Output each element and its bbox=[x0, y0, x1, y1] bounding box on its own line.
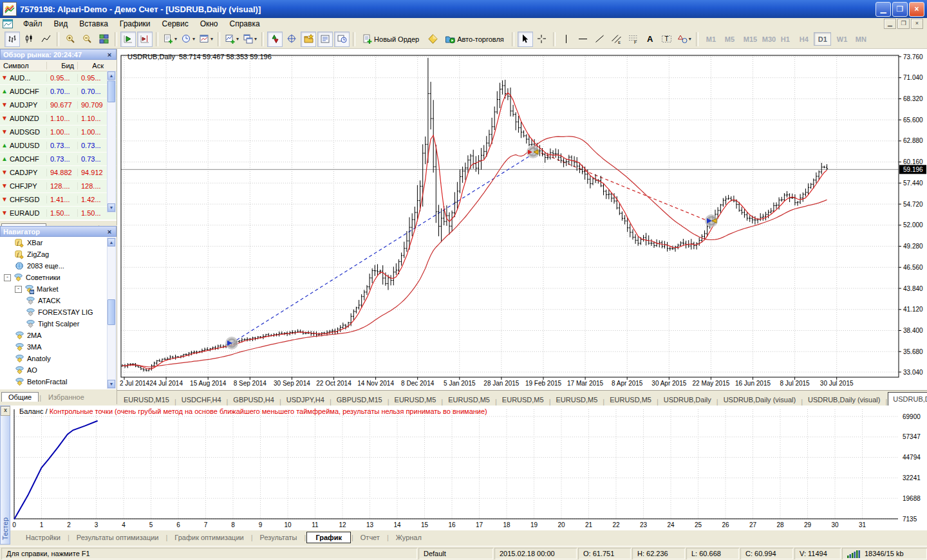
metaeditor-button[interactable] bbox=[425, 32, 440, 47]
tester-button[interactable] bbox=[334, 32, 350, 47]
timeframe-w1-button[interactable]: W1 bbox=[832, 32, 850, 46]
timeframe-m1-button[interactable]: M1 bbox=[702, 32, 719, 46]
menu-item-6[interactable]: Справка bbox=[224, 19, 266, 29]
templates-button[interactable]: ▾ bbox=[198, 32, 214, 47]
chart-tab-7[interactable]: EURUSD,M5 bbox=[498, 395, 548, 406]
navigator-scrollbar[interactable]: ▲ ▼ bbox=[107, 238, 116, 389]
chart-tab-13[interactable]: USDRUB,Daily (visual) bbox=[888, 392, 927, 406]
auto-scroll-button[interactable] bbox=[120, 32, 136, 47]
tester-tab-6[interactable]: Журнал bbox=[389, 532, 428, 543]
timeframe-h4-button[interactable]: H4 bbox=[795, 32, 812, 46]
auto-trading-button[interactable]: Авто-торговля bbox=[442, 32, 509, 47]
indicators-button[interactable]: ▾ bbox=[223, 32, 240, 47]
expand-minus-box[interactable]: - bbox=[4, 274, 11, 281]
navigator-close-icon[interactable]: × bbox=[106, 228, 113, 236]
tester-tab-3[interactable]: Результаты bbox=[254, 532, 304, 543]
column-header-2[interactable]: Аск bbox=[77, 62, 107, 70]
tree-item-tight-scalper[interactable]: Tight Scalper bbox=[0, 318, 117, 330]
tree-item-xbar[interactable]: fXBar bbox=[0, 237, 117, 248]
tree-item-2083-------[interactable]: 2083 еще... bbox=[0, 260, 117, 272]
tester-tab-1[interactable]: Результаты оптимизации bbox=[70, 532, 165, 543]
scroll-up-icon[interactable]: ▲ bbox=[108, 238, 115, 247]
symbol-row-CHFSGD[interactable]: ▼CHFSGD1.41...1.42... bbox=[0, 193, 117, 207]
close-button[interactable]: × bbox=[909, 2, 924, 17]
tree-item-ao[interactable]: AO bbox=[0, 364, 117, 376]
tree-item-market[interactable]: -Market bbox=[0, 283, 117, 295]
timeframe-mn-button[interactable]: MN bbox=[851, 32, 868, 46]
tree-item-betonfractal[interactable]: BetonFractal bbox=[0, 376, 117, 387]
symbol-row-AUDNZD[interactable]: ▼AUDNZD1.10...1.10... bbox=[0, 112, 117, 126]
shapes-button[interactable]: ▾ bbox=[676, 32, 693, 47]
chart-line-button[interactable] bbox=[38, 32, 53, 47]
arrange-windows-button[interactable]: ▾ bbox=[241, 32, 258, 47]
symbol-row-EURAUD[interactable]: ▼EURAUD1.50...1.50... bbox=[0, 207, 117, 220]
tree-item-forexstay-lig[interactable]: FOREXSTAY LIG bbox=[0, 306, 117, 318]
timeframe-h1-button[interactable]: H1 bbox=[776, 32, 794, 46]
trendline-button[interactable] bbox=[592, 32, 608, 47]
column-header-0[interactable]: Символ bbox=[0, 62, 46, 70]
chart-candles-button[interactable] bbox=[21, 32, 37, 47]
menu-item-4[interactable]: Сервис bbox=[156, 19, 194, 29]
vline-button[interactable] bbox=[559, 32, 574, 47]
mdi-minimize-button[interactable]: ▁ bbox=[884, 19, 896, 29]
scroll-down-icon[interactable]: ▼ bbox=[108, 203, 115, 212]
tree-item-zigzag[interactable]: fZigZag bbox=[0, 248, 117, 260]
hline-button[interactable] bbox=[576, 32, 591, 47]
timeframe-m15-button[interactable]: M15 bbox=[739, 32, 756, 46]
chart-window[interactable]: 2 Jul 201424 Jul 201415 Aug 20148 Sep 20… bbox=[117, 49, 927, 406]
menu-item-0[interactable]: Файл bbox=[17, 19, 48, 29]
navigator-button[interactable] bbox=[301, 32, 316, 47]
symbol-row-AUDCHF[interactable]: ▲AUDCHF0.70...0.70... bbox=[0, 85, 117, 98]
terminal-button[interactable] bbox=[317, 32, 333, 47]
channel-button[interactable]: E bbox=[609, 32, 624, 47]
chart-tab-1[interactable]: USDCHF,H4 bbox=[177, 395, 226, 406]
tester-tab-4[interactable]: График bbox=[306, 532, 351, 543]
chart-tab-2[interactable]: GBPUSD,H4 bbox=[229, 395, 279, 406]
cursor-button[interactable] bbox=[518, 32, 533, 47]
menu-item-2[interactable]: Вставка bbox=[73, 19, 114, 29]
chart-tab-4[interactable]: GBPUSD,M15 bbox=[332, 395, 387, 406]
zoom-out-button[interactable] bbox=[79, 32, 95, 47]
chart-tab-6[interactable]: EURUSD,M5 bbox=[444, 395, 494, 406]
tester-tab-5[interactable]: Отчет bbox=[354, 532, 386, 543]
menu-item-1[interactable]: Вид bbox=[48, 19, 74, 29]
navigator-tab-1[interactable]: Избранное bbox=[42, 393, 91, 402]
chart-tab-12[interactable]: USDRUB,Daily (visual) bbox=[803, 395, 885, 406]
text-button[interactable]: A bbox=[642, 32, 658, 47]
symbol-row-CADJPY[interactable]: ▼CADJPY94.88294.912 bbox=[0, 166, 117, 180]
tree-item-2ma[interactable]: 2MA bbox=[0, 330, 117, 341]
status-profile[interactable]: Default bbox=[418, 548, 493, 559]
menu-item-5[interactable]: Окно bbox=[194, 19, 224, 29]
market-watch-close-icon[interactable]: × bbox=[106, 51, 113, 59]
tile-windows-button[interactable] bbox=[96, 32, 111, 47]
data-window-button[interactable] bbox=[284, 32, 299, 47]
symbol-row-AUD[interactable]: ▼AUD...0.95...0.95... bbox=[0, 71, 117, 85]
price-chart[interactable]: 2 Jul 201424 Jul 201415 Aug 20148 Sep 20… bbox=[117, 49, 927, 390]
periods-button[interactable]: ▾ bbox=[180, 32, 196, 47]
crosshair-button[interactable] bbox=[534, 32, 550, 47]
chart-tab-11[interactable]: USDRUB,Daily (visual) bbox=[719, 395, 800, 406]
chart-tab-0[interactable]: EURUSD,M15 bbox=[119, 395, 174, 406]
chart-bars-button[interactable] bbox=[5, 32, 20, 47]
menu-item-3[interactable]: Графики bbox=[114, 19, 156, 29]
chart-tab-5[interactable]: EURUSD,M5 bbox=[390, 395, 441, 406]
chart-tab-10[interactable]: USDRUB,Daily bbox=[659, 395, 716, 406]
chart-shift-button[interactable] bbox=[137, 32, 153, 47]
mdi-close-button[interactable]: × bbox=[911, 19, 923, 29]
column-header-1[interactable]: Бид bbox=[46, 62, 77, 70]
market-watch-button[interactable] bbox=[267, 32, 283, 47]
chart-tab-9[interactable]: EURUSD,M5 bbox=[605, 395, 656, 406]
minimize-button[interactable]: ▁ bbox=[876, 2, 891, 17]
timeframe-m5-button[interactable]: M5 bbox=[720, 32, 738, 46]
scroll-thumb[interactable] bbox=[108, 80, 115, 102]
market-watch-scrollbar[interactable]: ▲ ▼ bbox=[107, 71, 116, 212]
tester-tab-2[interactable]: График оптимизации bbox=[168, 532, 250, 543]
symbol-row-AUDUSD[interactable]: ▲AUDUSD0.73...0.73... bbox=[0, 139, 117, 153]
tester-close-icon[interactable]: x bbox=[1, 406, 10, 416]
label-button[interactable]: T bbox=[659, 32, 675, 47]
tester-side-strip[interactable]: Тестер bbox=[0, 406, 10, 545]
zoom-in-button[interactable] bbox=[62, 32, 78, 47]
symbol-row-CHFJPY[interactable]: ▼CHFJPY128....128.... bbox=[0, 180, 117, 193]
chart-tab-8[interactable]: EURUSD,M5 bbox=[552, 395, 603, 406]
tree-item-3ma[interactable]: 3MA bbox=[0, 341, 117, 353]
